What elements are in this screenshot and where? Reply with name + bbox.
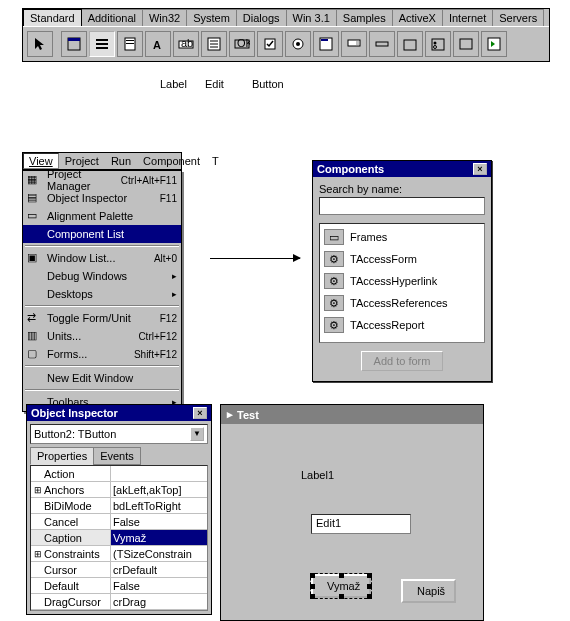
prop-row-action[interactable]: Action bbox=[31, 466, 207, 482]
menu-item-debug-windows[interactable]: Debug Windows bbox=[23, 267, 181, 285]
design-label1[interactable]: Label1 bbox=[301, 469, 334, 481]
tab-win32[interactable]: Win32 bbox=[142, 9, 187, 26]
search-input[interactable] bbox=[319, 197, 485, 215]
arrow-icon bbox=[210, 258, 300, 259]
radiogroup-icon[interactable] bbox=[425, 31, 451, 57]
prop-row-caption[interactable]: CaptionVymaž bbox=[31, 530, 207, 546]
palette-toolbar: A ab| OK bbox=[23, 26, 549, 61]
tab-dialogs[interactable]: Dialogs bbox=[236, 9, 287, 26]
prop-row-constraints[interactable]: ⊞Constraints(TSizeConstrain bbox=[31, 546, 207, 562]
mainmenu-icon[interactable] bbox=[89, 31, 115, 57]
menu-item-alignment-palette[interactable]: ▭Alignment Palette bbox=[23, 207, 181, 225]
tab-samples[interactable]: Samples bbox=[336, 9, 393, 26]
prop-row-cancel[interactable]: CancelFalse bbox=[31, 514, 207, 530]
memo-icon[interactable] bbox=[201, 31, 227, 57]
menu-view[interactable]: View bbox=[23, 153, 59, 169]
list-item[interactable]: ▭Frames bbox=[322, 226, 482, 248]
menu-run[interactable]: Run bbox=[105, 153, 137, 169]
expand-icon[interactable]: ⊞ bbox=[33, 485, 43, 495]
tab-win31[interactable]: Win 3.1 bbox=[286, 9, 337, 26]
button-icon[interactable]: OK bbox=[229, 31, 255, 57]
list-item[interactable]: ⚙TAccessForm bbox=[322, 248, 482, 270]
svg-rect-29 bbox=[460, 39, 472, 49]
prop-row-dragcursor[interactable]: DragCursorcrDrag bbox=[31, 594, 207, 610]
tab-properties[interactable]: Properties bbox=[30, 447, 94, 465]
resize-handle[interactable] bbox=[367, 573, 372, 578]
design-edit1[interactable]: Edit1 bbox=[311, 514, 411, 534]
view-dropdown: ▦Project ManagerCtrl+Alt+F11 ▤Object Ins… bbox=[22, 170, 182, 412]
combobox-icon[interactable] bbox=[341, 31, 367, 57]
resize-handle[interactable] bbox=[310, 584, 315, 589]
list-item[interactable]: ⚙TAccessReferences bbox=[322, 292, 482, 314]
svg-rect-23 bbox=[356, 41, 359, 45]
prop-row-default[interactable]: DefaultFalse bbox=[31, 578, 207, 594]
palette-annotation: Label Edit Button bbox=[160, 78, 284, 90]
form-canvas[interactable]: Label1 Edit1 Vymaž Napiš bbox=[221, 424, 483, 619]
menu-project[interactable]: Project bbox=[59, 153, 105, 169]
tab-system[interactable]: System bbox=[186, 9, 237, 26]
menu-item-new-edit-window[interactable]: New Edit Window bbox=[23, 369, 181, 387]
component-selector[interactable]: Button2: TButton ▼ bbox=[30, 424, 208, 444]
prop-row-anchors[interactable]: ⊞Anchors[akLeft,akTop] bbox=[31, 482, 207, 498]
menu-item-units[interactable]: ▥Units...Ctrl+F12 bbox=[23, 327, 181, 345]
radiobutton-icon[interactable] bbox=[285, 31, 311, 57]
resize-handle[interactable] bbox=[339, 594, 344, 599]
dialog-title: Components bbox=[317, 163, 384, 175]
prop-row-cursor[interactable]: CursorcrDefault bbox=[31, 562, 207, 578]
edit-icon[interactable]: ab| bbox=[173, 31, 199, 57]
search-label: Search by name: bbox=[319, 183, 485, 195]
groupbox-icon[interactable] bbox=[397, 31, 423, 57]
list-item[interactable]: ⚙TAccessReport bbox=[322, 314, 482, 336]
popupmenu-icon[interactable] bbox=[117, 31, 143, 57]
actionlist-icon[interactable] bbox=[481, 31, 507, 57]
frames-icon[interactable] bbox=[61, 31, 87, 57]
label-annotation: Label bbox=[160, 78, 187, 90]
tab-activex[interactable]: ActiveX bbox=[392, 9, 443, 26]
menu-item-window-list[interactable]: ▣Window List...Alt+0 bbox=[23, 249, 181, 267]
property-grid: Action ⊞Anchors[akLeft,akTop] BiDiModebd… bbox=[30, 465, 208, 611]
menu-item-component-list[interactable]: Component List bbox=[23, 225, 181, 243]
tab-events[interactable]: Events bbox=[93, 447, 141, 465]
arrow-icon[interactable] bbox=[27, 31, 53, 57]
panel-icon[interactable] bbox=[453, 31, 479, 57]
inspector-icon: ▤ bbox=[27, 191, 43, 205]
tab-standard[interactable]: Standard bbox=[23, 9, 82, 26]
form-titlebar[interactable]: ▸ Test bbox=[221, 405, 483, 424]
scrollbar-icon[interactable] bbox=[369, 31, 395, 57]
component-list[interactable]: ▭Frames ⚙TAccessForm ⚙TAccessHyperlink ⚙… bbox=[319, 223, 485, 343]
menu-component[interactable]: Component bbox=[137, 153, 206, 169]
design-button2[interactable]: Vymaž bbox=[311, 574, 371, 598]
form-title: Test bbox=[237, 409, 259, 421]
add-to-form-button[interactable]: Add to form bbox=[361, 351, 444, 371]
inspector-titlebar[interactable]: Object Inspector × bbox=[27, 405, 211, 421]
close-icon[interactable]: × bbox=[473, 163, 487, 175]
tab-additional[interactable]: Additional bbox=[81, 9, 143, 26]
menu-item-forms[interactable]: ▢Forms...Shift+F12 bbox=[23, 345, 181, 363]
tab-servers[interactable]: Servers bbox=[492, 9, 544, 26]
resize-handle[interactable] bbox=[310, 594, 315, 599]
chevron-down-icon[interactable]: ▼ bbox=[190, 427, 204, 441]
resize-handle[interactable] bbox=[367, 594, 372, 599]
resize-handle[interactable] bbox=[310, 573, 315, 578]
resize-handle[interactable] bbox=[367, 584, 372, 589]
svg-point-19 bbox=[296, 42, 300, 46]
svg-rect-6 bbox=[126, 40, 134, 41]
frames-icon: ▭ bbox=[324, 229, 344, 245]
design-button3[interactable]: Napiš bbox=[401, 579, 456, 603]
menu-item-desktops[interactable]: Desktops bbox=[23, 285, 181, 303]
prop-row-bidimode[interactable]: BiDiModebdLeftToRight bbox=[31, 498, 207, 514]
list-item[interactable]: ⚙TAccessHyperlink bbox=[322, 270, 482, 292]
checkbox-icon[interactable] bbox=[257, 31, 283, 57]
resize-handle[interactable] bbox=[339, 573, 344, 578]
menu-item-project-manager[interactable]: ▦Project ManagerCtrl+Alt+F11 bbox=[23, 171, 181, 189]
label-icon[interactable]: A bbox=[145, 31, 171, 57]
expand-icon[interactable]: ⊞ bbox=[33, 549, 43, 559]
close-icon[interactable]: × bbox=[193, 407, 207, 419]
listbox-icon[interactable] bbox=[313, 31, 339, 57]
menu-item-toggle-form-unit[interactable]: ⇄Toggle Form/UnitF12 bbox=[23, 309, 181, 327]
tab-internet[interactable]: Internet bbox=[442, 9, 493, 26]
menu-truncated[interactable]: T bbox=[206, 153, 225, 169]
dialog-titlebar[interactable]: Components × bbox=[313, 161, 491, 177]
menu-item-object-inspector[interactable]: ▤Object InspectorF11 bbox=[23, 189, 181, 207]
svg-point-28 bbox=[434, 46, 437, 49]
